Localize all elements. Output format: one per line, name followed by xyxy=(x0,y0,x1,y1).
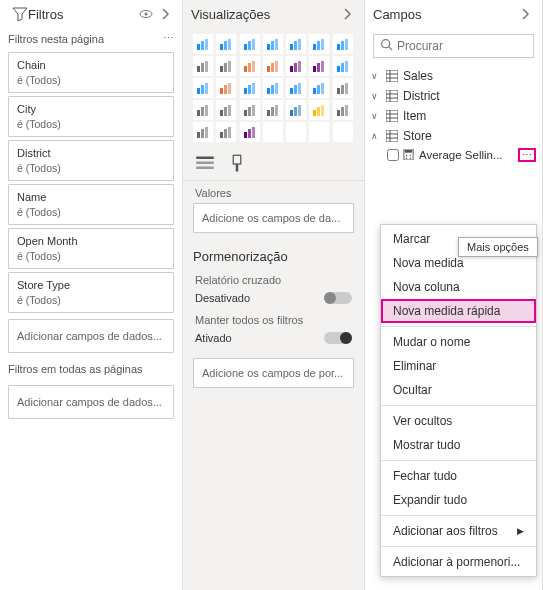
viz-type-icon[interactable] xyxy=(193,78,213,98)
search-box[interactable] xyxy=(373,34,534,58)
viz-type-icon[interactable] xyxy=(263,78,283,98)
drillthrough-heading: Pormenorização xyxy=(183,241,364,268)
table-row[interactable]: ∨District xyxy=(365,86,542,106)
menu-item-label: Ocultar xyxy=(393,383,432,397)
format-tab-icon[interactable] xyxy=(227,154,247,174)
viz-type-icon[interactable] xyxy=(309,56,329,76)
more-icon[interactable]: ⋯ xyxy=(163,32,174,45)
filter-card[interactable]: Open Monthé (Todos) xyxy=(8,228,174,269)
viz-type-icon[interactable] xyxy=(240,34,260,54)
svg-rect-97 xyxy=(196,167,214,170)
viz-type-icon[interactable] xyxy=(263,56,283,76)
viz-type-icon[interactable] xyxy=(216,56,236,76)
eye-icon[interactable] xyxy=(138,6,154,22)
add-filter-fields-all[interactable]: Adicionar campos de dados... xyxy=(8,385,174,419)
svg-point-1 xyxy=(145,13,148,16)
field-row[interactable]: Average Sellin...⋯ xyxy=(365,146,542,164)
svg-rect-94 xyxy=(252,127,255,138)
svg-rect-87 xyxy=(201,129,204,138)
measure-icon xyxy=(403,149,415,162)
viz-type-icon[interactable] xyxy=(216,34,236,54)
svg-rect-51 xyxy=(248,85,251,94)
chevron-right-icon[interactable] xyxy=(340,6,356,22)
svg-rect-41 xyxy=(337,66,340,72)
viz-type-icon[interactable] xyxy=(216,100,236,120)
svg-rect-40 xyxy=(321,61,324,72)
viz-type-icon[interactable] xyxy=(240,100,260,120)
viz-type-icon[interactable] xyxy=(263,100,283,120)
cross-report-toggle-row: Desativado xyxy=(183,288,364,308)
viz-type-icon[interactable] xyxy=(216,78,236,98)
field-checkbox[interactable] xyxy=(387,149,399,161)
viz-type-icon[interactable] xyxy=(286,100,306,120)
svg-rect-82 xyxy=(321,105,324,116)
table-row[interactable]: ∨Sales xyxy=(365,66,542,86)
viz-type-icon[interactable] xyxy=(240,78,260,98)
cross-report-toggle[interactable] xyxy=(324,292,352,304)
viz-type-icon[interactable] xyxy=(240,122,260,142)
menu-item[interactable]: Nova coluna xyxy=(381,275,536,299)
viz-type-icon[interactable] xyxy=(309,78,329,98)
menu-item[interactable]: Mostrar tudo xyxy=(381,433,536,457)
menu-item[interactable]: Ocultar xyxy=(381,378,536,402)
viz-type-icon[interactable] xyxy=(240,56,260,76)
viz-type-icon[interactable] xyxy=(286,56,306,76)
viz-type-icon[interactable] xyxy=(286,78,306,98)
viz-type-icon[interactable] xyxy=(193,56,213,76)
viz-title: Visualizações xyxy=(191,7,336,22)
table-row[interactable]: ∨Item xyxy=(365,106,542,126)
menu-item[interactable]: Adicionar aos filtros▶ xyxy=(381,519,536,543)
svg-rect-93 xyxy=(248,129,251,138)
svg-line-101 xyxy=(389,47,392,50)
viz-type-icon[interactable] xyxy=(333,100,353,120)
viz-type-icon[interactable] xyxy=(193,34,213,54)
filter-icon xyxy=(12,6,28,22)
viz-type-icon[interactable] xyxy=(309,100,329,120)
viz-type-icon[interactable] xyxy=(216,122,236,142)
svg-rect-50 xyxy=(244,88,247,94)
viz-type-icon[interactable] xyxy=(333,56,353,76)
viz-type-icon[interactable] xyxy=(193,122,213,142)
svg-rect-61 xyxy=(321,83,324,94)
chevron-icon: ∨ xyxy=(371,71,381,81)
filter-card[interactable]: Districté (Todos) xyxy=(8,140,174,181)
svg-rect-20 xyxy=(337,44,340,50)
more-options-button[interactable]: ⋯ xyxy=(518,148,536,162)
menu-item[interactable]: Nova medida rápida xyxy=(381,299,536,323)
add-filter-fields[interactable]: Adicionar campos de dados... xyxy=(8,319,174,353)
viz-type-icon[interactable] xyxy=(309,34,329,54)
menu-item[interactable]: Expandir tudo xyxy=(381,488,536,512)
viz-type-icon[interactable] xyxy=(193,100,213,120)
menu-item[interactable]: Fechar tudo xyxy=(381,464,536,488)
chevron-right-icon[interactable] xyxy=(158,6,174,22)
drill-well[interactable]: Adicione os campos de por... xyxy=(193,358,354,388)
menu-item[interactable]: Ver ocultos xyxy=(381,409,536,433)
menu-item[interactable]: Mudar o nome xyxy=(381,330,536,354)
viz-type-icon xyxy=(309,122,329,142)
svg-rect-106 xyxy=(386,90,398,102)
viz-type-icon[interactable] xyxy=(286,34,306,54)
search-input[interactable] xyxy=(397,39,543,53)
chevron-right-icon[interactable] xyxy=(518,6,534,22)
viz-type-icon[interactable] xyxy=(333,78,353,98)
viz-type-icon[interactable] xyxy=(263,34,283,54)
filter-card[interactable]: Store Typeé (Todos) xyxy=(8,272,174,313)
fields-tab-icon[interactable] xyxy=(195,154,215,174)
viz-type-icon[interactable] xyxy=(333,34,353,54)
filter-card[interactable]: Nameé (Todos) xyxy=(8,184,174,225)
svg-rect-85 xyxy=(345,105,348,116)
table-row[interactable]: ∧Store xyxy=(365,126,542,146)
svg-rect-81 xyxy=(317,107,320,116)
values-well[interactable]: Adicione os campos de da... xyxy=(193,203,354,233)
filter-card[interactable]: Cityé (Todos) xyxy=(8,96,174,137)
svg-rect-5 xyxy=(220,44,223,50)
svg-rect-29 xyxy=(244,66,247,72)
svg-rect-31 xyxy=(252,61,255,72)
svg-rect-14 xyxy=(290,44,293,50)
filter-card[interactable]: Chainé (Todos) xyxy=(8,52,174,93)
menu-item[interactable]: Eliminar xyxy=(381,354,536,378)
keep-filters-toggle[interactable] xyxy=(324,332,352,344)
svg-rect-17 xyxy=(313,44,316,50)
menu-item[interactable]: Adicionar à pormenori... xyxy=(381,550,536,574)
svg-rect-70 xyxy=(228,105,231,116)
